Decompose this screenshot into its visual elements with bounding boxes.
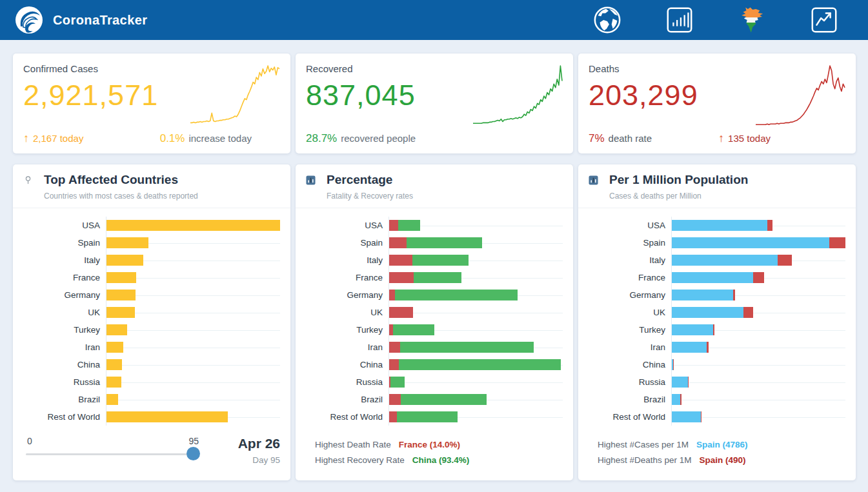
bar-segment [672, 342, 707, 353]
country-label: Spain [306, 238, 389, 248]
slider-min-label: 0 [27, 436, 32, 446]
bar-segment [389, 307, 413, 318]
top-affected-countries-card: Top Affected Countries Countries with mo… [13, 164, 290, 480]
bar-row: Turkey [589, 321, 845, 339]
country-label: Rest of World [589, 412, 671, 422]
bar-row: France [306, 269, 563, 286]
recovered-sparkline [472, 63, 563, 128]
bar-row: UK [306, 304, 563, 321]
chart-subtitle: Fatality & Recovery rates [327, 192, 563, 201]
bar-segment [672, 307, 743, 318]
bar-row: Turkey [23, 321, 280, 339]
bar-row: Italy [589, 251, 845, 269]
bar-segment [390, 377, 405, 388]
bar-segment [672, 411, 701, 422]
bar-segment [672, 220, 767, 231]
bar-segment [753, 272, 764, 283]
country-label: China [23, 360, 106, 369]
bar-segment [399, 359, 561, 370]
deaths-card: Deaths 203,299 7%death rate ↑135 today [578, 54, 856, 153]
bar-row: Russia [23, 373, 280, 391]
bar-segment [389, 359, 399, 370]
bar-segment [414, 272, 462, 283]
bar-row: China [23, 356, 280, 373]
confirmed-sparkline [190, 63, 280, 128]
bar-row: Russia [589, 373, 845, 391]
bar-row: China [589, 356, 845, 373]
per-million-stacked-bar-chart: USASpainItalyFranceGermanyUKTurkeyIranCh… [578, 208, 856, 426]
highest-recovery-rate-value: China (93.4%) [412, 455, 470, 465]
bar-row: Iran [23, 339, 280, 356]
highest-death-rate-row: Highest Death Rate France (14.0%) [315, 440, 563, 449]
bar-segment [672, 272, 753, 283]
bar-chart-icon[interactable] [664, 5, 695, 35]
bar-row: Russia [306, 373, 563, 391]
bar-row: Spain [23, 234, 280, 251]
country-label: Turkey [589, 325, 671, 335]
bar-row: France [589, 269, 845, 286]
bar-row: UK [589, 304, 845, 321]
chart-title: Top Affected Countries [44, 173, 280, 187]
recovered-card: Recovered 837,045 28.7%recovered people [296, 54, 573, 153]
country-label: France [589, 273, 671, 282]
country-label: France [306, 273, 389, 282]
bar-segment [106, 359, 122, 370]
country-label: China [589, 360, 671, 369]
bar-segment [389, 272, 414, 283]
bar-segment [389, 255, 412, 266]
bar-segment [106, 342, 123, 353]
trend-icon[interactable] [809, 5, 840, 35]
country-label: Russia [589, 377, 671, 387]
bar-segment [412, 255, 469, 266]
bar-segment [829, 237, 845, 248]
bar-row: USA [23, 217, 280, 234]
slider-track[interactable] [26, 453, 194, 455]
highest-cases-per-1m-value: Spain (4786) [696, 440, 748, 449]
country-label: Germany [589, 290, 671, 300]
pin-icon [23, 175, 44, 185]
bar-chart-icon [306, 175, 327, 185]
bar-segment [106, 237, 148, 248]
country-label: UK [23, 308, 106, 317]
country-label: Iran [306, 342, 389, 352]
bar-row: Rest of World [589, 408, 845, 426]
bar-chart-icon [589, 175, 609, 185]
slider-handle[interactable] [187, 447, 200, 460]
app-title: CoronaTracker [53, 13, 147, 28]
bar-segment [106, 255, 143, 266]
slider-value-label: 95 [188, 436, 199, 446]
top-navbar: CoronaTracker [0, 0, 868, 40]
bar-row: Iran [306, 339, 563, 356]
country-label: Turkey [23, 325, 106, 335]
deaths-today: 135 today [728, 133, 771, 144]
bar-segment [389, 411, 397, 422]
country-label: Russia [306, 377, 389, 387]
bar-segment [106, 307, 135, 318]
globe-icon[interactable] [592, 5, 623, 35]
selected-date: Apr 26 [213, 436, 280, 451]
recovered-caption: recovered people [341, 133, 416, 144]
confirmed-cases-card: Confirmed Cases 2,921,571 ↑2,167 today 0… [13, 54, 290, 153]
bar-segment [701, 411, 701, 422]
bar-row: France [23, 269, 280, 286]
country-label: Spain [589, 238, 671, 248]
bar-row: Brazil [306, 391, 563, 408]
india-map-icon[interactable] [736, 5, 767, 35]
bar-segment [389, 342, 400, 353]
country-label: Iran [589, 342, 671, 352]
bar-segment [707, 342, 709, 353]
today-increase: 2,167 today [33, 133, 83, 144]
charts-row: Top Affected Countries Countries with mo… [13, 164, 856, 480]
selected-day: Day 95 [213, 455, 280, 465]
country-label: USA [589, 221, 671, 230]
chart-subtitle: Cases & deaths per Million [609, 192, 845, 201]
country-label: Germany [306, 290, 389, 300]
highest-deaths-per-1m-value: Spain (490) [700, 455, 746, 465]
coronatracker-logo-icon[interactable] [14, 5, 44, 35]
bar-segment [767, 220, 772, 231]
day-slider: 0 95 [26, 435, 200, 464]
chart-title: Per 1 Million Population [609, 173, 845, 187]
country-label: Brazil [23, 395, 106, 404]
increase-percent: 0.1% [160, 132, 185, 144]
country-label: France [23, 273, 106, 282]
